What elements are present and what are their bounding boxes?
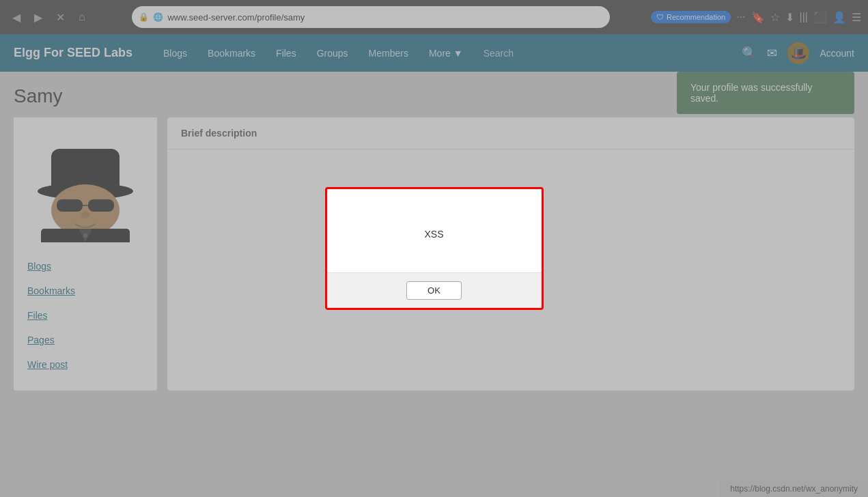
dialog-footer: OK <box>327 272 542 308</box>
dialog-ok-button[interactable]: OK <box>406 281 462 300</box>
dialog-message: XSS <box>424 229 443 240</box>
dialog-box: XSS OK <box>325 187 544 310</box>
dialog-overlay: XSS OK <box>0 0 868 497</box>
dialog-content: XSS <box>327 189 542 272</box>
